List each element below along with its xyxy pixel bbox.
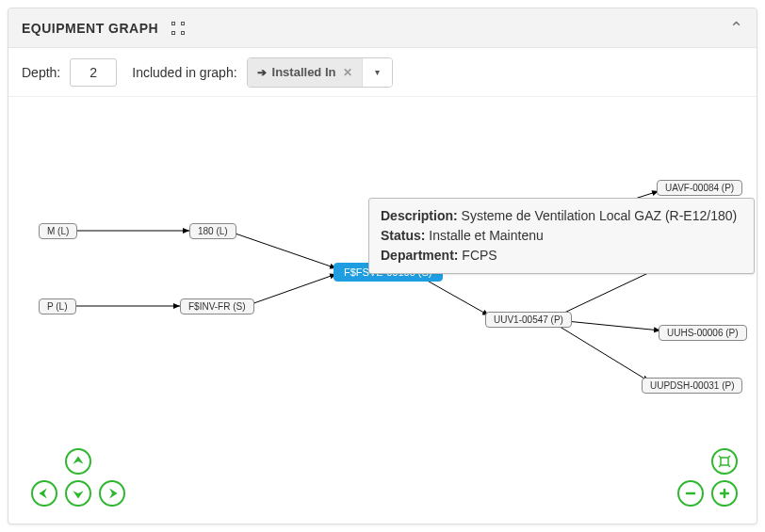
filter-chip-installed-in[interactable]: ➔ Installed In ✕ <box>248 58 363 87</box>
panel-header: EQUIPMENT GRAPH ⌃ <box>8 8 757 48</box>
graph-node-uavf[interactable]: UAVF-00084 (P) <box>657 180 742 196</box>
collapse-icon[interactable]: ⌃ <box>729 18 743 39</box>
svg-line-13 <box>728 465 730 467</box>
pan-down-button[interactable] <box>65 480 91 507</box>
node-tooltip: Description: Systeme de Ventilation Loca… <box>368 198 755 274</box>
svg-line-8 <box>557 325 649 381</box>
graph-edges <box>8 97 757 524</box>
fit-to-screen-button[interactable] <box>711 448 738 475</box>
equipment-graph-panel: EQUIPMENT GRAPH ⌃ Depth: Included in gra… <box>8 8 757 524</box>
svg-line-7 <box>566 321 660 330</box>
chip-label: Installed In <box>272 65 336 79</box>
svg-line-10 <box>719 456 721 458</box>
graph-node-p[interactable]: P (L) <box>39 298 76 314</box>
graph-node-m[interactable]: M (L) <box>39 223 77 239</box>
arrow-right-icon: ➔ <box>257 66 267 79</box>
graph-node-uuv1[interactable]: UUV1-00547 (P) <box>485 312 572 328</box>
included-label: Included in graph: <box>132 65 236 80</box>
pan-left-button[interactable] <box>31 480 57 507</box>
graph-node-uupdsh[interactable]: UUPDSH-00031 (P) <box>642 378 742 394</box>
svg-line-2 <box>227 231 336 268</box>
graph-canvas[interactable]: M (L) P (L) 180 (L) F$INV-FR (S) F$FSVE-… <box>8 97 757 524</box>
zoom-in-button[interactable] <box>711 480 738 507</box>
graph-node-finv-fr[interactable]: F$INV-FR (S) <box>180 298 254 314</box>
depth-label: Depth: <box>22 65 60 80</box>
pan-right-button[interactable] <box>99 480 125 507</box>
zoom-out-button[interactable] <box>677 480 704 507</box>
graph-node-180[interactable]: 180 (L) <box>189 223 236 239</box>
svg-line-3 <box>246 274 336 306</box>
depth-input[interactable] <box>70 58 117 87</box>
svg-line-12 <box>719 465 721 467</box>
chip-remove-icon[interactable]: ✕ <box>343 66 352 79</box>
pan-up-button[interactable] <box>65 448 91 475</box>
svg-rect-9 <box>721 458 728 465</box>
tooltip-row-description: Description: Systeme de Ventilation Loca… <box>381 206 742 226</box>
graph-node-uuhs[interactable]: UUHS-00006 (P) <box>659 325 747 341</box>
toolbar: Depth: Included in graph: ➔ Installed In… <box>8 48 757 97</box>
filter-chip-group: ➔ Installed In ✕ ▾ <box>247 57 394 88</box>
tooltip-row-department: Department: FCPS <box>381 246 742 266</box>
panel-title: EQUIPMENT GRAPH <box>22 21 158 36</box>
svg-line-11 <box>728 456 730 458</box>
tooltip-row-status: Status: Installe et Maintenu <box>381 226 742 246</box>
chip-dropdown-caret[interactable]: ▾ <box>362 58 392 87</box>
fullscreen-icon[interactable] <box>171 22 185 35</box>
